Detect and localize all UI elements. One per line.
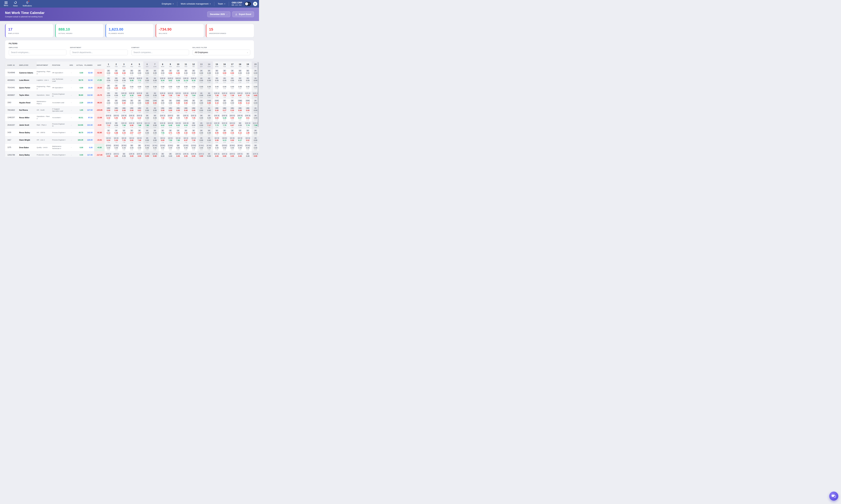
nav-item-home[interactable]: Home (11, 0, 20, 7)
day-cell: [L12_3]6.536.00 (182, 122, 190, 129)
day-cell: [H]0.000.00 (143, 137, 151, 144)
day-planned-value: 0.00 (177, 149, 179, 150)
nav-menu-work-schedule[interactable]: Work schedule management ▼ (180, 2, 211, 5)
day-cell: [H]0.000.00 (198, 107, 205, 114)
shift-code-badge: [H] (145, 137, 149, 139)
day-cell: [O]0.000.00 (113, 77, 120, 84)
shift-code-badge: [H] (200, 129, 203, 132)
day-actual-value: 5.99 (215, 140, 219, 141)
day-cell: [L19_1]7.397.50 (228, 92, 236, 99)
day-planned-value: 0.00 (216, 74, 218, 76)
day-actual-value: 0.00 (200, 140, 203, 141)
day-planned-value: 6.00 (239, 119, 241, 121)
day-column-header: 5FRI (136, 61, 143, 69)
day-actual-value: 0.00 (200, 132, 203, 134)
day-cell: [H]0.000.00 (221, 99, 228, 106)
day-planned-value: 7.50 (216, 127, 218, 128)
day-planned-value: 0.00 (254, 149, 257, 150)
day-actual-value: 0.00 (192, 125, 195, 126)
cell-planned: 52.50 (85, 69, 94, 76)
shift-code-badge: [L22_1] (191, 114, 196, 117)
day-planned-value: 0.00 (154, 74, 156, 76)
day-cell: 0.000.00 (205, 84, 213, 91)
vertical-scrollbar[interactable] (258, 62, 259, 127)
shift-code-badge: [L12_3] (160, 122, 166, 124)
nav-menu-employee[interactable]: Employee ▼ (161, 2, 175, 5)
balance-filter-select[interactable]: All Employees⌄ (193, 50, 250, 55)
day-column-header: 17WED (228, 61, 236, 69)
day-actual-value: 0.00 (107, 72, 110, 74)
shift-code-badge: [1_ILL] (206, 144, 212, 147)
day-actual-value: 0.00 (184, 102, 188, 104)
day-cell: [L23_1]0.00 (228, 151, 236, 157)
shift-code-badge: [4] (115, 85, 118, 87)
day-planned-value: 6.00 (169, 127, 172, 128)
day-actual-value: 7.85 (176, 140, 180, 141)
employee-search-input[interactable] (9, 50, 66, 55)
nav-item-notifications[interactable]: Notifications (20, 0, 34, 7)
company-search-input[interactable] (131, 50, 189, 55)
day-planned-value: 7.50 (185, 134, 187, 136)
day-number: 10 (177, 63, 179, 66)
shift-code-badge: [L23_3] (129, 153, 135, 155)
day-planned-value: 0.00 (138, 88, 141, 89)
day-cell: [H]0.000.00 (105, 84, 113, 91)
department-search-input[interactable] (70, 50, 128, 55)
day-cell: [L3_2]7.067.50 (136, 137, 143, 144)
day-actual-value: 6.22 (138, 117, 141, 119)
day-actual-value: 0.00 (254, 117, 257, 119)
page-header: Net Work Time Calendar Compare actual vs… (0, 7, 259, 21)
day-planned-value: 6.00 (154, 104, 156, 106)
month-selector[interactable]: December 2025 ⌄ (207, 12, 230, 17)
cell-position: Accountant Lead (52, 99, 67, 106)
day-cell: [H]0.000.00 (205, 114, 213, 121)
day-planned-value: 6.00 (185, 104, 187, 106)
day-actual-value: 0.00 (246, 72, 250, 74)
shift-code-badge: [4M] (184, 107, 188, 109)
day-actual-value: 0.00 (107, 102, 110, 104)
shift-code-badge: [H] (254, 114, 257, 117)
day-cell: [H]0.000.00 (143, 77, 151, 84)
day-cell: [O]0.000.00 (113, 92, 120, 99)
cell-department: R&D - Plant 2 (37, 122, 52, 129)
cell-hrs: - (67, 114, 75, 121)
day-cell: 0.000.00 (174, 84, 182, 91)
day-cell: [O]0.000.00 (174, 114, 182, 121)
cell-employee-name: Reese Miller (17, 114, 37, 121)
shift-code-badge: [12Д] (145, 100, 150, 102)
cell-corp-id: 70141441 (5, 84, 17, 91)
day-planned-value: 0.00 (231, 149, 234, 150)
cell-corp-id: 70014632 (5, 107, 17, 114)
day-actual-value: 0.00 (200, 102, 203, 104)
nav-item-menu[interactable]: Menu (1, 0, 11, 7)
day-actual-value: 0.00 (107, 110, 110, 111)
stat-card-employees: 17EMPLOYEES (5, 24, 53, 37)
nav-menu-team[interactable]: Team ▼ (217, 2, 226, 5)
day-cell: [4M]0.007.50 (236, 107, 244, 114)
day-cell: [L18_1]11.107.50 (182, 77, 190, 84)
day-actual-value: 0.00 (161, 86, 164, 88)
shift-code-badge: [H] (130, 100, 133, 102)
shift-code-badge: [4M] (230, 107, 234, 109)
day-cell: [L21_3]5.846.00 (213, 114, 221, 121)
day-planned-value: 6.00 (231, 142, 234, 143)
shift-code-badge: [L19_3] (129, 92, 135, 94)
theme-toggle[interactable]: ☾ (244, 2, 251, 6)
day-cell: [4]5.127.50 (105, 129, 113, 136)
day-actual-value: 7.28 (215, 94, 219, 96)
day-cell: [4]2.677.50 (128, 129, 136, 136)
avatar[interactable]: O (253, 2, 257, 6)
day-actual-value: 5.30 (115, 140, 118, 141)
day-planned-value: 0.00 (200, 97, 203, 98)
cell-actual: 104.39 (75, 137, 85, 144)
cell-planned: 121.50 (85, 122, 94, 129)
day-cell: [L19_2]7.487.50 (159, 92, 167, 99)
day-cell: [O]0.000.00 (221, 77, 228, 84)
export-excel-button[interactable]: Export Excel (232, 12, 254, 17)
day-planned-value: 7.50 (177, 97, 179, 98)
day-actual-value: 7.35 (192, 117, 195, 119)
day-cell: [H]0.000.00 (205, 92, 213, 99)
filter-fields-row: EMPLOYEEDEPARTMENTCOMPANYBALANCE FILTERA… (9, 47, 250, 55)
cell-diff: -6.84 (94, 122, 105, 129)
day-cell: [4M]0.007.50 (244, 107, 252, 114)
